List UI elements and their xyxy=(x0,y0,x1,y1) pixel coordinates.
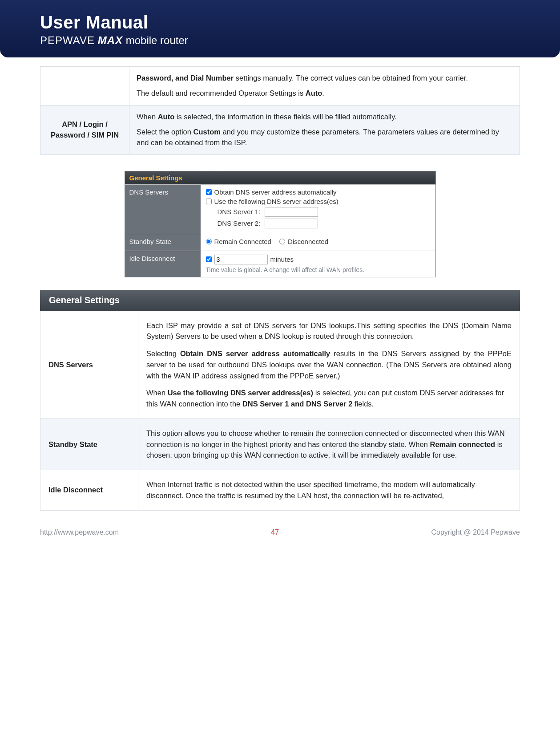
text: The default and recommended Operator Set… xyxy=(137,88,512,99)
bold-text: Obtain DNS server address automatically xyxy=(180,349,330,357)
dns-server-2-line: DNS Server 2: xyxy=(218,219,430,228)
idle-minutes-input[interactable] xyxy=(214,255,268,264)
text: When xyxy=(146,389,168,397)
radio-label: Disconnected xyxy=(288,238,328,245)
general-settings-panel: General Settings DNS Servers Obtain DNS … xyxy=(125,171,436,277)
cell-label: APN / Login / Password / SIM PIN xyxy=(40,105,129,154)
text: When Use the following DNS server addres… xyxy=(146,387,512,410)
dns-server-1-line: DNS Server 1: xyxy=(218,207,430,217)
row-standby-state: Standby State Remain Connected Disconnec… xyxy=(125,234,435,251)
dns-server-2-input[interactable] xyxy=(265,219,318,228)
row-label: Idle Disconnect xyxy=(125,251,201,277)
idle-line: minutes xyxy=(206,255,430,264)
row-value: minutes Time value is global. A change w… xyxy=(201,251,435,277)
operator-settings-table: Password, and Dial Number settings manua… xyxy=(40,66,520,155)
standby-disconnected-option: Disconnected xyxy=(279,238,328,245)
cell-desc: This option allows you to choose whether… xyxy=(138,418,520,470)
text: The default and recommended Operator Set… xyxy=(137,89,306,97)
brand-pepwave: PEPWAVE xyxy=(40,34,95,46)
page-content: Password, and Dial Number settings manua… xyxy=(0,57,560,511)
product-subtitle: PEPWAVE MAX mobile router xyxy=(40,34,520,47)
page-number: 47 xyxy=(271,528,279,536)
standby-remain-option: Remain Connected xyxy=(206,238,271,245)
checkbox-label: Obtain DNS server address automatically xyxy=(214,188,337,196)
bold-text: DNS Server 1 and DNS Server 2 xyxy=(242,400,353,408)
footer-url: http://www.pepwave.com xyxy=(40,528,119,536)
text: Password, and Dial Number settings manua… xyxy=(137,73,512,84)
text: When Internet traffic is not detected wi… xyxy=(146,479,512,501)
text: . xyxy=(322,89,324,97)
section-title: General Settings xyxy=(40,290,520,311)
text: When Auto is selected, the information i… xyxy=(137,112,512,122)
row-value: Remain Connected Disconnected xyxy=(201,234,435,251)
text: Each ISP may provide a set of DNS server… xyxy=(146,320,512,342)
dns-auto-option: Obtain DNS server address automatically xyxy=(206,188,430,196)
table-row: Standby State This option allows you to … xyxy=(40,418,520,470)
footer-copyright: Copyright @ 2014 Pepwave xyxy=(431,528,520,536)
idle-enable-checkbox[interactable] xyxy=(206,256,212,262)
text: fields. xyxy=(352,400,374,408)
bold-text: Password, and Dial Number xyxy=(137,74,234,82)
field-label: DNS Server 1: xyxy=(218,208,261,215)
bold-text: Use the following DNS server address(es) xyxy=(168,389,313,397)
text: is selected, the information in these fi… xyxy=(174,113,397,121)
text: Select the option Custom and you may cus… xyxy=(137,127,512,148)
dns-server-1-input[interactable] xyxy=(265,207,318,217)
bold-text: Remain connected xyxy=(430,440,495,448)
row-value: Obtain DNS server address automatically … xyxy=(201,185,435,234)
idle-hint: Time value is global. A change will affe… xyxy=(206,266,430,273)
table-row: Password, and Dial Number settings manua… xyxy=(40,67,520,106)
idle-unit: minutes xyxy=(270,256,294,263)
text: This option allows you to choose whether… xyxy=(146,428,512,461)
brand-max: MAX xyxy=(98,34,123,46)
dns-manual-option: Use the following DNS server address(es) xyxy=(206,198,430,205)
standby-remain-radio[interactable] xyxy=(206,239,212,244)
text: Selecting Obtain DNS server address auto… xyxy=(146,348,512,381)
user-manual-title: User Manual xyxy=(40,12,520,32)
bold-text: Auto xyxy=(158,113,175,121)
row-idle-disconnect: Idle Disconnect minutes Time value is gl… xyxy=(125,251,435,277)
page-footer: http://www.pepwave.com 47 Copyright @ 20… xyxy=(0,511,560,541)
row-label: Standby State xyxy=(125,234,201,251)
cell-desc: When Internet traffic is not detected wi… xyxy=(138,470,520,511)
text: When xyxy=(137,113,158,121)
text: Select the option xyxy=(137,128,193,136)
cell-label: Idle Disconnect xyxy=(40,470,138,511)
page-header: User Manual PEPWAVE MAX mobile router xyxy=(0,0,560,57)
table-row: Idle Disconnect When Internet traffic is… xyxy=(40,470,520,511)
row-label: DNS Servers xyxy=(125,185,201,234)
brand-mobile-router: mobile router xyxy=(126,34,188,46)
row-dns-servers: DNS Servers Obtain DNS server address au… xyxy=(125,184,435,234)
checkbox-label: Use the following DNS server address(es) xyxy=(214,198,338,205)
cell-desc: Password, and Dial Number settings manua… xyxy=(129,67,520,106)
bold-text: Custom xyxy=(193,128,221,136)
cell-label: DNS Servers xyxy=(40,311,138,418)
radio-label: Remain Connected xyxy=(214,238,271,245)
table-row: DNS Servers Each ISP may provide a set o… xyxy=(40,311,520,418)
table-row: APN / Login / Password / SIM PIN When Au… xyxy=(40,105,520,154)
bold-text: Auto xyxy=(306,89,322,97)
cell-desc: When Auto is selected, the information i… xyxy=(129,105,520,154)
panel-title: General Settings xyxy=(125,171,435,184)
text: Selecting xyxy=(146,349,180,357)
dns-manual-checkbox[interactable] xyxy=(206,199,212,204)
standby-disconnected-radio[interactable] xyxy=(279,239,285,244)
dns-auto-checkbox[interactable] xyxy=(206,189,212,195)
cell-label-empty xyxy=(40,67,129,106)
cell-desc: Each ISP may provide a set of DNS server… xyxy=(138,311,520,418)
cell-label: Standby State xyxy=(40,418,138,470)
text: settings manually. The correct values ca… xyxy=(234,74,468,82)
field-label: DNS Server 2: xyxy=(218,219,261,227)
general-settings-desc-table: DNS Servers Each ISP may provide a set o… xyxy=(40,311,520,511)
